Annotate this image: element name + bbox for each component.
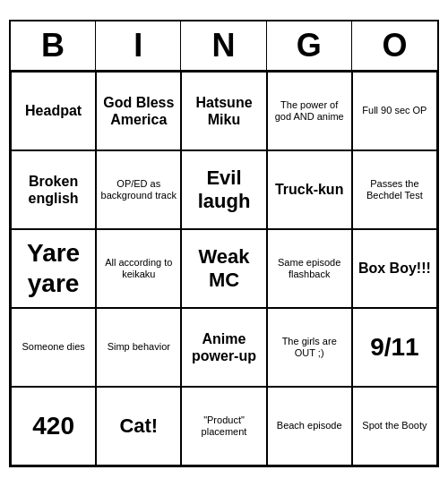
bingo-cell-22[interactable]: "Product" placement [181, 387, 266, 466]
bingo-cell-6[interactable]: OP/ED as background track [96, 150, 181, 229]
bingo-cell-0[interactable]: Headpat [11, 72, 96, 150]
bingo-cell-4[interactable]: Full 90 sec OP [352, 72, 437, 150]
bingo-header: BINGO [11, 21, 437, 72]
bingo-cell-13[interactable]: Same episode flashback [267, 229, 352, 308]
bingo-cell-20[interactable]: 420 [11, 387, 96, 466]
bingo-cell-21[interactable]: Cat! [96, 387, 181, 466]
bingo-letter-n: N [181, 21, 266, 70]
bingo-cell-3[interactable]: The power of god AND anime [267, 72, 352, 150]
bingo-cell-18[interactable]: The girls are OUT ;) [267, 308, 352, 387]
bingo-cell-2[interactable]: Hatsune Miku [181, 72, 266, 150]
bingo-cell-12[interactable]: Weak MC [181, 229, 266, 308]
bingo-cell-10[interactable]: Yare yare [11, 229, 96, 308]
bingo-letter-o: O [352, 21, 437, 70]
bingo-card: BINGO HeadpatGod Bless AmericaHatsune Mi… [9, 20, 439, 467]
bingo-cell-11[interactable]: All according to keikaku [96, 229, 181, 308]
bingo-letter-i: I [96, 21, 181, 70]
bingo-cell-24[interactable]: Spot the Booty [352, 387, 437, 466]
bingo-cell-8[interactable]: Truck-kun [267, 150, 352, 229]
bingo-grid: HeadpatGod Bless AmericaHatsune MikuThe … [11, 72, 437, 466]
bingo-cell-7[interactable]: Evil laugh [181, 150, 266, 229]
bingo-cell-15[interactable]: Someone dies [11, 308, 96, 387]
bingo-cell-16[interactable]: Simp behavior [96, 308, 181, 387]
bingo-cell-17[interactable]: Anime power-up [181, 308, 266, 387]
bingo-letter-b: B [11, 21, 96, 70]
bingo-letter-g: G [267, 21, 352, 70]
bingo-cell-19[interactable]: 9/11 [352, 308, 437, 387]
bingo-cell-14[interactable]: Box Boy!!! [352, 229, 437, 308]
bingo-cell-9[interactable]: Passes the Bechdel Test [352, 150, 437, 229]
bingo-cell-5[interactable]: Broken english [11, 150, 96, 229]
bingo-cell-23[interactable]: Beach episode [267, 387, 352, 466]
bingo-cell-1[interactable]: God Bless America [96, 72, 181, 150]
